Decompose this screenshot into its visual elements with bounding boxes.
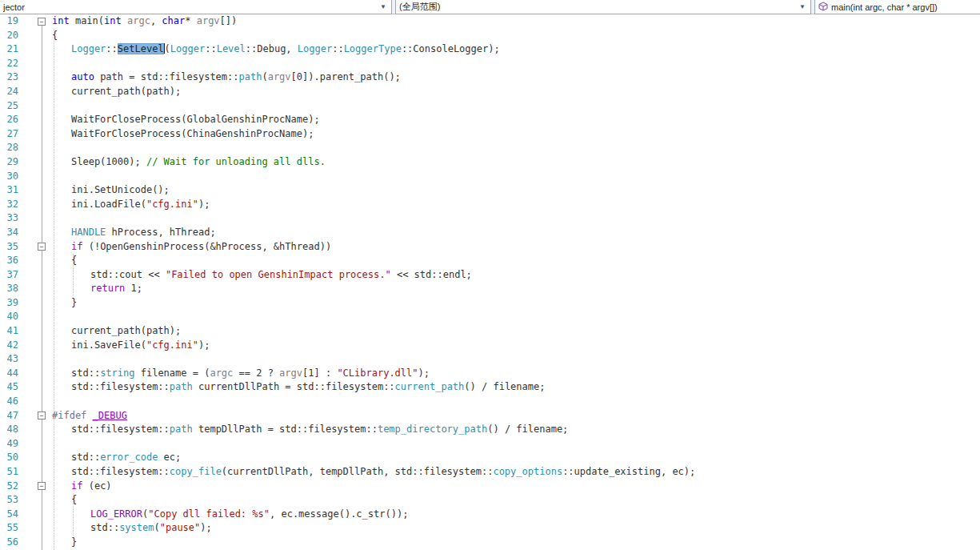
code-line[interactable]: 37std::cout << "Failed to open GenshinIm…: [0, 268, 980, 283]
code-line[interactable]: 39}: [0, 296, 980, 311]
code-token: (currentDllPath, tempDllPath, std::files…: [222, 466, 494, 477]
fold-toggle[interactable]: −: [38, 482, 46, 490]
code-line[interactable]: 52−if (ec): [0, 480, 980, 494]
fold-margin: [18, 70, 44, 85]
code-line[interactable]: 27WaitForCloseProcess(ChinaGenshinProcNa…: [0, 127, 980, 142]
code-line[interactable]: 45std::filesystem::path currentDllPath =…: [0, 380, 980, 395]
code-token: if: [71, 480, 82, 492]
code-line[interactable]: 20{: [0, 29, 980, 43]
code-token: *: [185, 15, 196, 26]
code-text: [44, 57, 980, 71]
code-token: // Wait for unloading all dlls.: [146, 156, 326, 167]
fold-toggle[interactable]: −: [38, 411, 46, 420]
fold-margin: [18, 465, 44, 480]
code-text: WaitForCloseProcess(ChinaGenshinProcName…: [44, 127, 980, 142]
code-token: return: [90, 283, 125, 294]
code-token: LoggerType: [344, 43, 402, 54]
code-line[interactable]: 31ini.SetUnicode();: [0, 183, 980, 198]
code-line[interactable]: 48std::filesystem::path tempDllPath = st…: [0, 423, 980, 437]
fold-margin: [18, 113, 44, 127]
code-token: [0]).parent_path();: [291, 71, 401, 82]
code-text: std::filesystem::path currentDllPath = s…: [44, 380, 980, 395]
fold-margin: [18, 437, 44, 452]
code-token: path: [170, 381, 193, 392]
code-text: int main(int argc, char* argv[]): [44, 14, 980, 29]
code-text: [44, 352, 980, 367]
code-line[interactable]: 19−int main(int argc, char* argv[]): [0, 14, 980, 29]
fold-margin: [18, 99, 44, 114]
code-line[interactable]: 56}: [0, 536, 980, 550]
code-text: std::filesystem::copy_file(currentDllPat…: [44, 465, 980, 480]
code-line[interactable]: 32ini.LoadFile("cfg.ini");: [0, 198, 980, 212]
fold-toggle[interactable]: −: [38, 243, 46, 251]
code-line[interactable]: 54LOG_ERROR("Copy dll failed: %s", ec.me…: [0, 508, 980, 522]
code-token: ini.SaveFile(: [71, 339, 146, 351]
code-line[interactable]: 36{: [0, 254, 980, 268]
line-number: 54: [0, 508, 18, 522]
fold-margin: [18, 198, 44, 212]
fold-toggle[interactable]: −: [38, 18, 46, 26]
code-line[interactable]: 34HANDLE hProcess, hThread;: [0, 226, 980, 240]
code-token: ::: [205, 43, 216, 54]
code-line[interactable]: 41current_path(path);: [0, 324, 980, 339]
code-line[interactable]: 40: [0, 310, 980, 324]
code-line[interactable]: 38return 1;: [0, 282, 980, 296]
line-number: 39: [0, 296, 18, 311]
code-token: std::: [71, 367, 100, 379]
code-text: std::system("pause");: [44, 521, 980, 536]
line-number: 36: [0, 254, 18, 268]
line-number: 55: [0, 521, 18, 536]
code-line[interactable]: 33: [0, 211, 980, 226]
code-line[interactable]: 49: [0, 437, 980, 452]
code-text: if (ec): [44, 480, 980, 494]
code-line[interactable]: 21Logger::SetLevel(Logger::Level::Debug,…: [0, 42, 980, 57]
fold-margin: [18, 310, 44, 324]
code-token: [122, 15, 127, 26]
code-text: auto path = std::filesystem::path(argv[0…: [44, 70, 980, 85]
code-line[interactable]: 28: [0, 141, 980, 155]
code-line[interactable]: 55std::system("pause");: [0, 521, 980, 536]
code-line[interactable]: 22: [0, 57, 980, 71]
code-editor[interactable]: 19−int main(int argc, char* argv[])20{21…: [0, 14, 980, 550]
code-token: () / filename;: [487, 424, 568, 435]
code-line[interactable]: 46: [0, 395, 980, 409]
code-line[interactable]: 53{: [0, 493, 980, 508]
code-line[interactable]: 29Sleep(1000); // Wait for unloading all…: [0, 155, 980, 170]
line-number: 30: [0, 170, 18, 184]
code-text: current_path(path);: [44, 85, 980, 99]
code-text: [44, 170, 980, 184]
code-lines: 19−int main(int argc, char* argv[])20{21…: [0, 14, 980, 550]
code-line[interactable]: 23auto path = std::filesystem::path(argv…: [0, 70, 980, 85]
code-line[interactable]: 24current_path(path);: [0, 85, 980, 99]
code-token: std::filesystem::: [71, 424, 170, 435]
code-line[interactable]: 26WaitForCloseProcess(GlobalGenshinProcN…: [0, 113, 980, 127]
code-line[interactable]: 35−if (!OpenGenshinProcess(&hProcess, &h…: [0, 240, 980, 255]
code-text: Sleep(1000); // Wait for unloading all d…: [44, 155, 980, 170]
fold-margin: −: [18, 409, 44, 424]
code-token: currentDllPath = std::filesystem::: [193, 381, 395, 392]
code-text: [44, 99, 980, 114]
code-token: argv: [268, 71, 291, 82]
code-line[interactable]: 25: [0, 99, 980, 114]
project-dropdown[interactable]: jector ▼: [0, 0, 392, 14]
code-line[interactable]: 51std::filesystem::copy_file(currentDllP…: [0, 465, 980, 480]
fold-margin: [18, 423, 44, 437]
symbol-navigation-bar: jector ▼ (全局范围) ▼ main(int argc, char * …: [0, 0, 980, 14]
code-line[interactable]: 47−#ifdef _DEBUG: [0, 409, 980, 424]
fold-margin: [18, 141, 44, 155]
code-text: ini.SetUnicode();: [44, 183, 980, 198]
line-number: 41: [0, 324, 18, 339]
code-text: [44, 437, 980, 452]
code-text: HANDLE hProcess, hThread;: [44, 226, 980, 240]
code-line[interactable]: 50std::error_code ec;: [0, 451, 980, 465]
scope-dropdown[interactable]: (全局范围) ▼: [395, 0, 811, 14]
code-line[interactable]: 43: [0, 352, 980, 367]
line-number: 49: [0, 437, 18, 452]
code-token: [1] :: [302, 367, 337, 379]
code-token: , ec.message().c_str());: [270, 508, 408, 520]
code-line[interactable]: 42ini.SaveFile("cfg.ini");: [0, 339, 980, 353]
member-dropdown[interactable]: main(int argc, char * argv[]): [814, 0, 980, 14]
fold-margin: [18, 352, 44, 367]
code-line[interactable]: 30: [0, 170, 980, 184]
code-line[interactable]: 44std::string filename = (argc == 2 ? ar…: [0, 367, 980, 381]
